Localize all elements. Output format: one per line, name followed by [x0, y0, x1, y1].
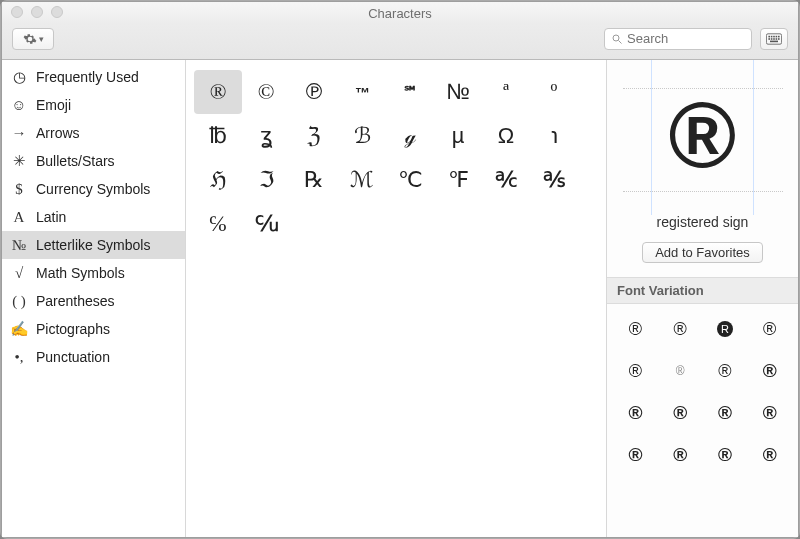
sidebar-item-bullets-stars[interactable]: ✳ Bullets/Stars	[2, 147, 185, 175]
variation-cell[interactable]: ®	[613, 350, 658, 392]
sidebar-item-emoji[interactable]: ☺ Emoji	[2, 91, 185, 119]
keyboard-icon	[766, 33, 782, 45]
svg-rect-7	[778, 35, 780, 37]
gear-icon	[23, 32, 37, 46]
variation-cell[interactable]: ®	[613, 392, 658, 434]
character-cell[interactable]: ℀	[482, 158, 530, 202]
variation-cell[interactable]: ®	[747, 434, 792, 476]
svg-line-1	[619, 40, 622, 43]
font-variation-grid: ®®R®®®®®®®®®®®®®	[607, 304, 798, 480]
sidebar-item-label: Pictographs	[36, 321, 110, 337]
variation-cell[interactable]: ®	[703, 392, 748, 434]
character-cell[interactable]: ℞	[290, 158, 338, 202]
character-cell[interactable]: µ	[434, 114, 482, 158]
search-icon	[611, 33, 623, 45]
window-controls	[11, 6, 63, 18]
character-cell[interactable]: ©	[242, 70, 290, 114]
toolbar: ▾	[2, 24, 798, 60]
character-cell[interactable]: ℁	[530, 158, 578, 202]
svg-rect-3	[768, 35, 770, 37]
keyboard-shortcuts-button[interactable]	[760, 28, 788, 50]
search-input[interactable]	[627, 31, 745, 46]
sqrt-icon: √	[10, 265, 28, 282]
svg-rect-9	[771, 38, 773, 40]
variation-cell[interactable]: ®	[658, 308, 703, 350]
variation-cell[interactable]: ®	[747, 392, 792, 434]
variation-cell[interactable]: ®	[658, 350, 703, 392]
character-cell[interactable]: №	[434, 70, 482, 114]
character-cell[interactable]: ℑ	[242, 158, 290, 202]
character-cell[interactable]: ℅	[194, 202, 242, 246]
character-cell[interactable]: º	[530, 70, 578, 114]
minimize-icon[interactable]	[31, 6, 43, 18]
character-cell[interactable]: ™	[338, 70, 386, 114]
character-cell[interactable]: ℗	[290, 70, 338, 114]
add-to-favorites-button[interactable]: Add to Favorites	[642, 242, 763, 263]
svg-rect-6	[776, 35, 778, 37]
sidebar-item-label: Latin	[36, 209, 66, 225]
sidebar-item-parentheses[interactable]: ( ) Parentheses	[2, 287, 185, 315]
character-name: registered sign	[607, 214, 798, 230]
character-cell[interactable]: Ω	[482, 114, 530, 158]
character-cell[interactable]: ℃	[386, 158, 434, 202]
punctuation-icon: •,	[10, 349, 28, 366]
sidebar-item-label: Emoji	[36, 97, 71, 113]
variation-cell[interactable]: ®	[613, 434, 658, 476]
font-variation-heading: Font Variation	[607, 277, 798, 304]
svg-rect-8	[768, 38, 770, 40]
character-cell[interactable]: ʓ	[242, 114, 290, 158]
variation-cell[interactable]: ®	[658, 434, 703, 476]
asterisk-icon: ✳	[10, 152, 28, 170]
character-cell[interactable]: ℌ	[194, 158, 242, 202]
character-cell[interactable]: ª	[482, 70, 530, 114]
character-cell[interactable]: ℆	[242, 202, 290, 246]
variation-cell[interactable]: ®	[658, 392, 703, 434]
character-cell[interactable]: ℔	[194, 114, 242, 158]
sidebar-item-label: Bullets/Stars	[36, 153, 115, 169]
character-grid: ®©℗™℠№ªº℔ʓℨℬℊµΩ℩ℌℑ℞ℳ℃℉℀℁℅℆	[186, 60, 606, 537]
character-cell[interactable]: ®	[194, 70, 242, 114]
variation-cell[interactable]: ®	[747, 308, 792, 350]
sidebar-item-letterlike[interactable]: № Letterlike Symbols	[2, 231, 185, 259]
svg-rect-11	[776, 38, 778, 40]
window-title: Characters	[368, 6, 432, 21]
close-icon[interactable]	[11, 6, 23, 18]
variation-cell[interactable]: ®	[703, 350, 748, 392]
sidebar-item-punctuation[interactable]: •, Punctuation	[2, 343, 185, 371]
character-cell[interactable]: ℊ	[386, 114, 434, 158]
parentheses-icon: ( )	[10, 293, 28, 310]
variation-cell[interactable]: ®	[613, 308, 658, 350]
zoom-icon[interactable]	[51, 6, 63, 18]
sidebar-item-label: Parentheses	[36, 293, 115, 309]
sidebar-item-math[interactable]: √ Math Symbols	[2, 259, 185, 287]
sidebar-item-latin[interactable]: A Latin	[2, 203, 185, 231]
character-cell[interactable]: ℬ	[338, 114, 386, 158]
variation-cell[interactable]: ®	[747, 350, 792, 392]
sidebar-item-pictographs[interactable]: ✍ Pictographs	[2, 315, 185, 343]
character-cell[interactable]: ℉	[434, 158, 482, 202]
svg-rect-10	[773, 38, 775, 40]
character-cell[interactable]: ℠	[386, 70, 434, 114]
writing-hand-icon: ✍	[10, 320, 28, 338]
sidebar-item-label: Currency Symbols	[36, 181, 150, 197]
svg-rect-12	[778, 38, 780, 40]
variation-cell[interactable]: R	[703, 308, 748, 350]
character-cell[interactable]: ℳ	[338, 158, 386, 202]
sidebar-item-currency[interactable]: $ Currency Symbols	[2, 175, 185, 203]
preview-glyph: ®	[669, 89, 737, 181]
numero-icon: №	[10, 237, 28, 254]
character-preview: ®	[607, 60, 798, 210]
chevron-down-icon: ▾	[39, 34, 44, 44]
content: ◷ Frequently Used ☺ Emoji → Arrows ✳ Bul…	[2, 60, 798, 537]
search-field[interactable]	[604, 28, 752, 50]
sidebar-item-arrows[interactable]: → Arrows	[2, 119, 185, 147]
character-cell[interactable]: ℨ	[290, 114, 338, 158]
svg-rect-13	[770, 40, 778, 42]
settings-menu-button[interactable]: ▾	[12, 28, 54, 50]
sidebar-item-frequently-used[interactable]: ◷ Frequently Used	[2, 63, 185, 91]
sidebar-item-label: Frequently Used	[36, 69, 139, 85]
variation-cell[interactable]: ®	[703, 434, 748, 476]
character-cell[interactable]: ℩	[530, 114, 578, 158]
sidebar-item-label: Arrows	[36, 125, 80, 141]
svg-point-0	[613, 35, 619, 41]
